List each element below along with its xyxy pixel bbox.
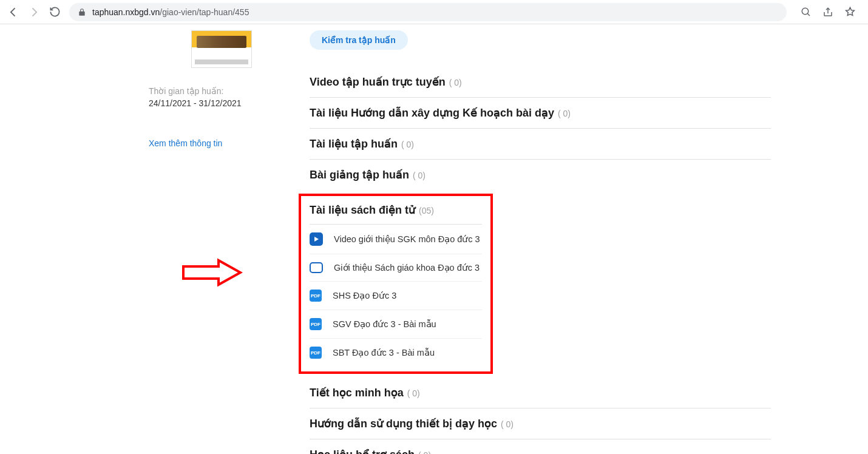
section-equipment-guide[interactable]: Hướng dẫn sử dụng thiết bị dạy học ( 0) <box>310 408 771 439</box>
section-lecture[interactable]: Bài giảng tập huấn ( 0) <box>310 160 771 190</box>
section-count: ( 0) <box>501 419 514 429</box>
file-item-pdf[interactable]: PDF SBT Đạo đức 3 - Bài mẫu <box>310 339 482 367</box>
file-label: Video giới thiệu SGK môn Đạo đức 3 <box>334 234 480 244</box>
reload-icon[interactable] <box>49 6 61 18</box>
section-ebooks: Tài liệu sách điện tử (05) Video giới th… <box>299 194 493 374</box>
check-training-button[interactable]: Kiểm tra tập huấn <box>310 30 408 50</box>
section-count: ( 0) <box>413 171 426 180</box>
section-title: Bài giảng tập huấn <box>310 168 409 181</box>
section-count: ( 0) <box>401 140 414 149</box>
lock-icon <box>78 8 86 16</box>
star-icon[interactable] <box>844 6 856 18</box>
file-item-slide[interactable]: Giới thiệu Sách giáo khoa Đạo đức 3 <box>310 254 482 282</box>
zoom-icon[interactable] <box>800 6 812 18</box>
more-info-link[interactable]: Xem thêm thông tin <box>149 138 310 148</box>
time-label: Thời gian tập huấn: <box>149 86 310 96</box>
section-title: Tài liệu sách điện tử <box>310 203 415 217</box>
svg-point-0 <box>802 8 809 15</box>
section-count: ( 0) <box>449 78 462 87</box>
file-item-pdf[interactable]: PDF SGV Đạo đức 3 - Bài mẫu <box>310 310 482 339</box>
course-thumbnail <box>191 30 252 68</box>
file-label: SBT Đạo đức 3 - Bài mẫu <box>333 348 435 357</box>
file-label: SHS Đạo Đức 3 <box>333 291 396 300</box>
time-value: 24/11/2021 - 31/12/2021 <box>149 98 310 108</box>
pdf-icon: PDF <box>310 318 322 330</box>
section-support-materials[interactable]: Học liệu bổ trợ sách ( 0) <box>310 439 771 454</box>
page-content: Thời gian tập huấn: 24/11/2021 - 31/12/2… <box>0 24 868 454</box>
file-label: Giới thiệu Sách giáo khoa Đạo đức 3 <box>334 263 480 273</box>
address-bar[interactable]: taphuan.nxbgd.vn/giao-vien/tap-huan/455 <box>69 3 787 21</box>
file-item-video[interactable]: Video giới thiệu SGK môn Đạo đức 3 <box>310 225 482 254</box>
slide-icon <box>310 262 323 273</box>
pdf-icon: PDF <box>310 347 322 359</box>
section-title: Hướng dẫn sử dụng thiết bị dạy học <box>310 417 497 430</box>
forward-icon[interactable] <box>28 6 40 18</box>
main-content: Kiểm tra tập huấn Video tập huấn trực tu… <box>310 24 868 454</box>
back-icon[interactable] <box>7 6 19 18</box>
section-count: ( 0) <box>558 109 571 118</box>
section-title: Tiết học minh họa <box>310 386 404 399</box>
section-video-training[interactable]: Video tập huấn trực tuyến ( 0) <box>310 67 771 98</box>
section-count: ( 0) <box>418 450 431 454</box>
section-guide-plan[interactable]: Tài liệu Hướng dẫn xây dựng Kế hoạch bài… <box>310 98 771 129</box>
browser-toolbar: taphuan.nxbgd.vn/giao-vien/tap-huan/455 <box>0 0 868 24</box>
section-title: Tài liệu tập huấn <box>310 137 398 151</box>
section-title: Học liệu bổ trợ sách <box>310 448 415 454</box>
sidebar: Thời gian tập huấn: 24/11/2021 - 31/12/2… <box>0 24 310 454</box>
section-title: Video tập huấn trực tuyến <box>310 75 446 89</box>
share-icon[interactable] <box>822 6 834 18</box>
pdf-icon: PDF <box>310 290 322 302</box>
url-text: taphuan.nxbgd.vn/giao-vien/tap-huan/455 <box>92 7 249 17</box>
section-training-docs[interactable]: Tài liệu tập huấn ( 0) <box>310 129 771 160</box>
file-item-pdf[interactable]: PDF SHS Đạo Đức 3 <box>310 282 482 310</box>
file-label: SGV Đạo đức 3 - Bài mẫu <box>333 319 436 329</box>
section-count: ( 0) <box>407 388 420 398</box>
section-count: (05) <box>419 206 434 215</box>
section-sample-lesson[interactable]: Tiết học minh họa ( 0) <box>310 378 771 408</box>
section-title: Tài liệu Hướng dẫn xây dựng Kế hoạch bài… <box>310 106 554 120</box>
play-icon <box>310 232 323 246</box>
